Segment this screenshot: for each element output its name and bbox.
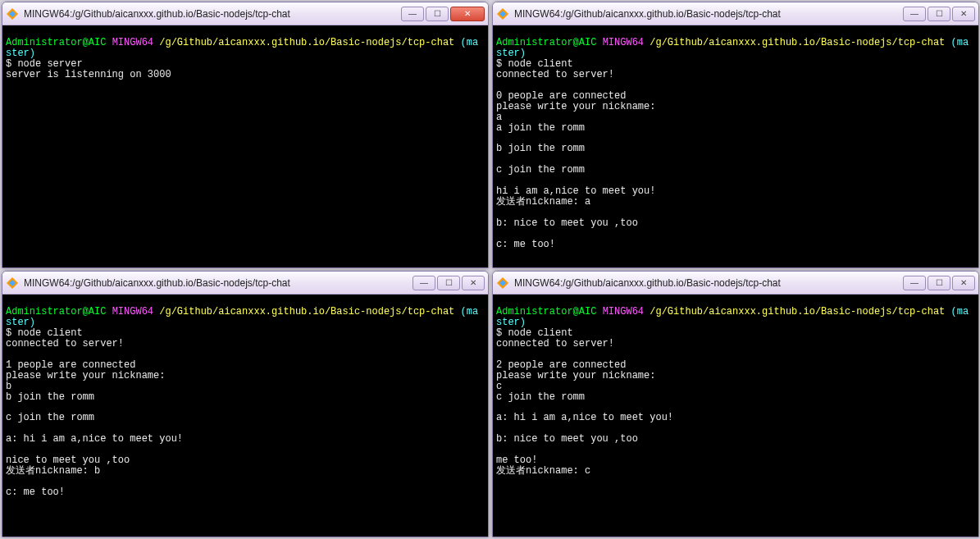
terminal-window: MINGW64:/g/Github/aicanxxx.github.io/Bas… [2, 2, 489, 268]
titlebar[interactable]: MINGW64:/g/Github/aicanxxx.github.io/Bas… [493, 2, 978, 25]
minimize-button[interactable]: — [903, 276, 926, 290]
titlebar[interactable]: MINGW64:/g/Github/aicanxxx.github.io/Bas… [2, 2, 488, 25]
prompt-host: MINGW64 [603, 306, 644, 317]
mingw-icon [6, 7, 19, 21]
minimize-button[interactable]: — [413, 276, 435, 290]
terminal-window: MINGW64:/g/Github/aicanxxx.github.io/Bas… [492, 2, 979, 268]
prompt-branch-rest: ster) [496, 317, 526, 328]
mingw-icon [496, 7, 509, 21]
window-title: MINGW64:/g/Github/aicanxxx.github.io/Bas… [514, 8, 901, 20]
prompt-branch-rest: ster) [496, 48, 526, 59]
prompt-host: MINGW64 [112, 306, 153, 317]
close-button[interactable]: ✕ [952, 276, 975, 290]
terminal-body: $ node server server is listenning on 30… [6, 58, 171, 80]
maximize-button[interactable]: ☐ [437, 276, 460, 290]
prompt-branch: (ma [951, 37, 969, 48]
terminal-window: MINGW64:/g/Github/aicanxxx.github.io/Bas… [492, 271, 979, 537]
terminal-content[interactable]: Administrator@AIC MINGW64 /g/Github/aica… [2, 295, 488, 537]
close-button[interactable]: ✕ [450, 7, 485, 21]
window-controls: — ☐ ✕ [399, 7, 485, 21]
window-controls: — ☐ ✕ [411, 276, 485, 290]
prompt-path: /g/Github/aicanxxx.github.io/Basic-nodej… [650, 37, 945, 48]
mingw-icon [496, 276, 509, 290]
close-button[interactable]: ✕ [952, 7, 975, 21]
minimize-button[interactable]: — [401, 7, 424, 21]
window-title: MINGW64:/g/Github/aicanxxx.github.io/Bas… [514, 277, 901, 289]
prompt-user: Administrator@AIC [6, 306, 106, 317]
window-controls: — ☐ ✕ [901, 276, 975, 290]
prompt-path: /g/Github/aicanxxx.github.io/Basic-nodej… [159, 37, 454, 48]
prompt-branch: (ma [461, 306, 479, 317]
prompt-user: Administrator@AIC [496, 306, 596, 317]
prompt-path: /g/Github/aicanxxx.github.io/Basic-nodej… [159, 306, 454, 317]
prompt-branch-rest: ster) [6, 317, 35, 328]
terminal-body: $ node client connected to server! 2 peo… [496, 327, 673, 477]
prompt-path: /g/Github/aicanxxx.github.io/Basic-nodej… [650, 306, 945, 317]
prompt-user: Administrator@AIC [496, 37, 596, 48]
mingw-icon [6, 276, 19, 290]
terminal-window: MINGW64:/g/Github/aicanxxx.github.io/Bas… [2, 271, 489, 537]
prompt-branch: (ma [461, 37, 479, 48]
window-title: MINGW64:/g/Github/aicanxxx.github.io/Bas… [24, 277, 411, 289]
terminal-body: $ node client connected to server! 1 peo… [6, 327, 183, 498]
prompt-branch: (ma [951, 306, 969, 317]
window-controls: — ☐ ✕ [901, 7, 975, 21]
prompt-host: MINGW64 [112, 37, 153, 48]
terminal-content[interactable]: Administrator@AIC MINGW64 /g/Github/aica… [493, 25, 978, 267]
terminal-content[interactable]: Administrator@AIC MINGW64 /g/Github/aica… [2, 25, 488, 267]
titlebar[interactable]: MINGW64:/g/Github/aicanxxx.github.io/Bas… [2, 272, 488, 295]
maximize-button[interactable]: ☐ [928, 7, 950, 21]
titlebar[interactable]: MINGW64:/g/Github/aicanxxx.github.io/Bas… [493, 272, 978, 295]
terminal-body: $ node client connected to server! 0 peo… [496, 58, 655, 250]
prompt-branch-rest: ster) [6, 48, 35, 59]
close-button[interactable]: ✕ [462, 276, 485, 290]
maximize-button[interactable]: ☐ [426, 7, 449, 21]
window-title: MINGW64:/g/Github/aicanxxx.github.io/Bas… [24, 8, 399, 20]
prompt-host: MINGW64 [603, 37, 644, 48]
terminal-content[interactable]: Administrator@AIC MINGW64 /g/Github/aica… [493, 295, 978, 537]
prompt-user: Administrator@AIC [6, 37, 106, 48]
maximize-button[interactable]: ☐ [928, 276, 950, 290]
minimize-button[interactable]: — [903, 7, 926, 21]
